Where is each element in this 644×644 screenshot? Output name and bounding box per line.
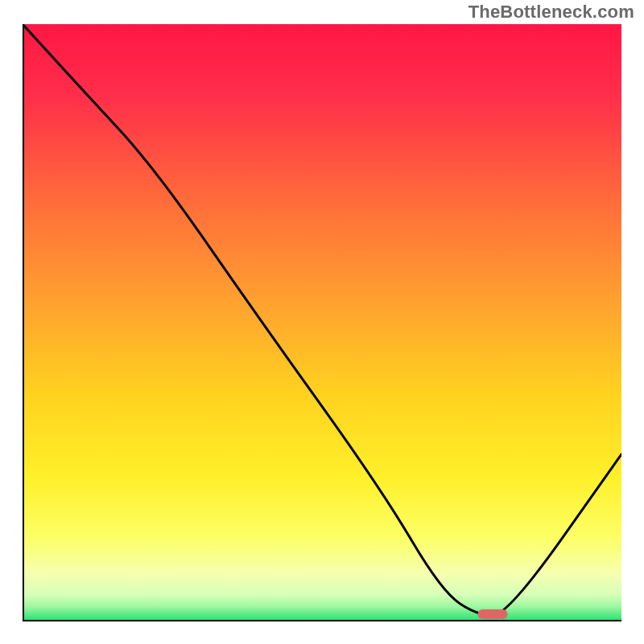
chart-background <box>23 24 621 621</box>
chart-svg <box>23 24 621 621</box>
chart-plot <box>23 24 621 621</box>
optimal-marker <box>477 609 507 619</box>
watermark-text: TheBottleneck.com <box>469 2 634 23</box>
